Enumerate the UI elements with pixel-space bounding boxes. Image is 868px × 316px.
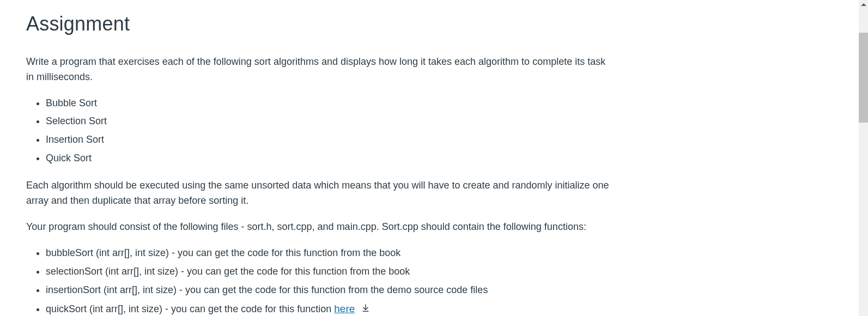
list-item: selectionSort (int arr[], int size) - yo…	[46, 264, 610, 279]
list-item-quicksort: quickSort (int arr[], int size) - you ca…	[46, 301, 610, 316]
list-item: bubbleSort (int arr[], int size) - you c…	[46, 246, 610, 261]
list-item: Quick Sort	[46, 151, 610, 166]
paragraph-same-data: Each algorithm should be executed using …	[26, 178, 610, 209]
list-item: Selection Sort	[46, 114, 610, 129]
list-item: Bubble Sort	[46, 96, 610, 111]
paragraph-files: Your program should consist of the follo…	[26, 220, 610, 235]
functions-list: bubbleSort (int arr[], int size) - you c…	[26, 246, 610, 316]
scrollbar-up-button[interactable]	[859, 0, 868, 9]
list-item: insertionSort (int arr[], int size) - yo…	[46, 283, 610, 298]
scrollbar-track[interactable]	[859, 0, 868, 316]
document-body: Assignment Write a program that exercise…	[0, 0, 610, 316]
download-icon[interactable]	[361, 302, 371, 316]
scrollbar-thumb[interactable]	[859, 33, 868, 123]
paragraph-intro: Write a program that exercises each of t…	[26, 54, 610, 85]
sort-algorithms-list: Bubble Sort Selection Sort Insertion Sor…	[26, 96, 610, 167]
quicksort-text: quickSort (int arr[], int size) - you ca…	[46, 303, 334, 314]
page-title: Assignment	[26, 9, 610, 39]
here-link[interactable]: here	[334, 303, 355, 314]
list-item: Insertion Sort	[46, 132, 610, 148]
